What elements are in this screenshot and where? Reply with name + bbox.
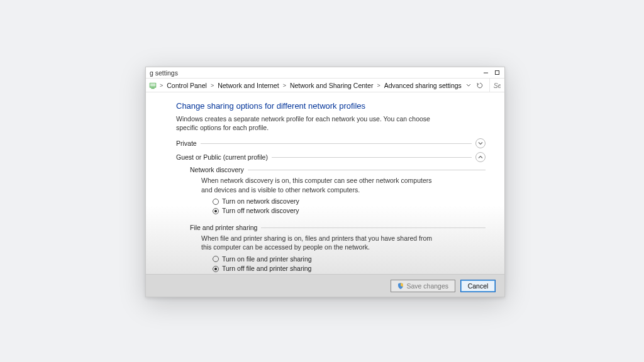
button-label: Cancel [468, 282, 489, 290]
svg-rect-3 [150, 83, 156, 86]
save-changes-button[interactable]: Save changes [391, 280, 455, 292]
page-description: Windows creates a separate network profi… [176, 114, 440, 132]
svg-rect-1 [495, 71, 499, 75]
control-panel-icon [148, 81, 157, 90]
radio-icon [213, 266, 219, 272]
subsection-file-printer-sharing: File and printer sharing When file and p… [190, 224, 486, 274]
chevron-down-icon[interactable] [475, 138, 486, 148]
minimize-button[interactable] [480, 69, 491, 77]
chevron-right-icon: > [375, 82, 381, 89]
titlebar: g settings [146, 67, 504, 79]
subsection-description: When network discovery is on, this compu… [201, 176, 440, 194]
subsection-title: Network discovery [190, 166, 248, 173]
radio-nd-off[interactable]: Turn off network discovery [213, 206, 486, 216]
maximize-button[interactable] [492, 69, 502, 77]
breadcrumb-item[interactable]: Network and Sharing Center [289, 82, 375, 89]
radio-icon [213, 199, 219, 205]
section-label: Guest or Public (current profile) [176, 153, 272, 161]
radio-icon [213, 256, 219, 262]
search-box[interactable] [489, 79, 504, 92]
chevron-right-icon: > [282, 82, 287, 89]
breadcrumb-item[interactable]: Network and Internet [216, 82, 280, 89]
radio-nd-on[interactable]: Turn on network discovery [213, 197, 486, 207]
window-title: g settings [150, 69, 178, 77]
addr-dropdown-button[interactable] [464, 81, 473, 90]
content-area: Change sharing options for different net… [146, 92, 504, 274]
radio-fp-off[interactable]: Turn off file and printer sharing [213, 264, 486, 274]
chevron-right-icon: > [158, 82, 164, 89]
section-label: Private [176, 140, 201, 147]
radio-label: Turn off file and printer sharing [222, 264, 311, 274]
button-label: Save changes [406, 282, 448, 290]
radio-label: Turn on file and printer sharing [222, 255, 312, 265]
search-input[interactable] [494, 82, 501, 89]
subsection-title: File and printer sharing [190, 224, 261, 231]
section-guest-public[interactable]: Guest or Public (current profile) [176, 152, 486, 162]
radio-label: Turn on network discovery [222, 197, 299, 207]
address-bar: > Control Panel > Network and Internet >… [146, 79, 504, 92]
breadcrumb-item[interactable]: Control Panel [165, 82, 208, 89]
cancel-button[interactable]: Cancel [460, 280, 496, 292]
chevron-right-icon: > [209, 82, 215, 89]
svg-rect-4 [151, 87, 154, 88]
shield-icon [397, 283, 404, 289]
chevron-up-icon[interactable] [475, 152, 486, 162]
section-private[interactable]: Private [176, 138, 486, 148]
dialog-footer: Save changes Cancel [146, 274, 504, 297]
subsection-network-discovery: Network discovery When network discovery… [190, 166, 486, 216]
radio-label: Turn off network discovery [222, 206, 299, 216]
radio-icon [213, 208, 219, 214]
refresh-button[interactable] [475, 81, 484, 90]
page-title: Change sharing options for different net… [176, 101, 486, 111]
breadcrumb-item[interactable]: Advanced sharing settings [383, 82, 463, 89]
radio-fp-on[interactable]: Turn on file and printer sharing [213, 255, 486, 265]
control-panel-window: g settings > Control Panel > Network and… [145, 67, 505, 297]
breadcrumb[interactable]: > Control Panel > Network and Internet >… [146, 79, 489, 92]
subsection-description: When file and printer sharing is on, fil… [201, 234, 440, 251]
